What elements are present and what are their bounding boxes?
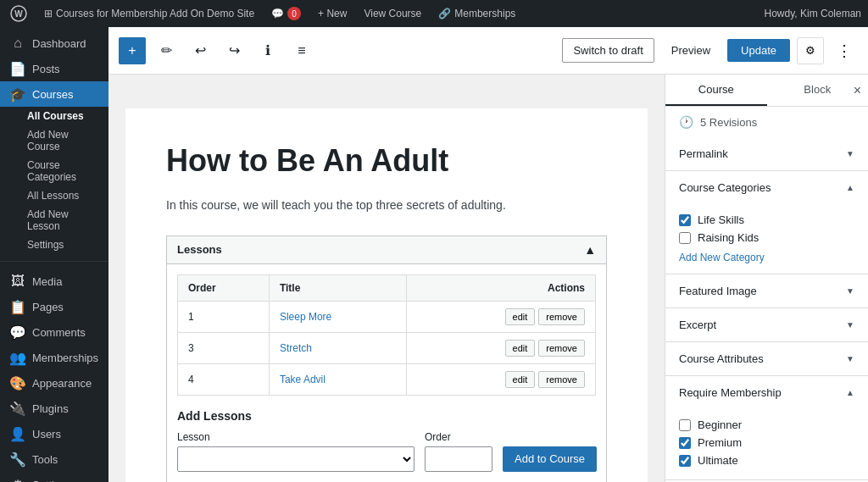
membership-premium-checkbox[interactable] (679, 437, 691, 449)
redo-icon: ↪ (229, 42, 240, 58)
remove-lesson-button[interactable]: remove (538, 308, 585, 325)
course-attributes-section: Course Attributes ▼ (665, 342, 868, 376)
sidebar-sub-add-new-lesson[interactable]: Add New Lesson (10, 205, 108, 235)
membership-beginner-checkbox[interactable] (679, 419, 691, 431)
order-input-group: Order (425, 431, 492, 472)
lesson-title-link[interactable]: Sleep More (280, 311, 331, 323)
close-panel-button[interactable]: × (854, 83, 861, 98)
membership-ultimate-checkbox[interactable] (679, 455, 691, 467)
revisions-row[interactable]: 🕐 5 Revisions (665, 107, 868, 137)
sidebar-item-users[interactable]: 👤 Users (0, 421, 108, 446)
sidebar-item-dashboard[interactable]: ⌂ Dashboard (0, 30, 108, 56)
edit-lesson-button[interactable]: edit (505, 340, 536, 357)
sidebar-sub-all-courses[interactable]: All Courses (10, 107, 108, 125)
remove-lesson-button[interactable]: remove (538, 371, 585, 388)
add-block-button[interactable]: + (119, 37, 146, 64)
sidebar-item-appearance[interactable]: 🎨 Appearance (0, 370, 108, 396)
users-icon: 👤 (10, 426, 25, 441)
svg-text:W: W (14, 9, 23, 19)
remove-lesson-button[interactable]: remove (538, 340, 585, 357)
lesson-title: Stretch (269, 332, 406, 363)
settings-gear-button[interactable]: ⚙ (797, 37, 824, 64)
list-view-button[interactable]: ≡ (288, 37, 315, 64)
sidebar-item-memberships[interactable]: 👥 Memberships (0, 345, 108, 370)
membership-beginner-label: Beginner (698, 418, 742, 431)
require-membership-header[interactable]: Require Membership ▲ (665, 376, 868, 409)
add-new-category-link[interactable]: Add New Category (679, 252, 765, 263)
plus-icon: + (128, 43, 136, 58)
category-life-skills-label: Life Skills (698, 213, 744, 226)
update-button[interactable]: Update (727, 39, 790, 62)
preview-button[interactable]: Preview (661, 39, 721, 62)
list-icon: ≡ (298, 43, 305, 58)
view-course-link[interactable]: View Course (360, 8, 425, 19)
sidebar-item-media[interactable]: 🖼 Media (0, 269, 108, 294)
switch-draft-button[interactable]: Switch to draft (562, 38, 654, 63)
course-categories-section: Course Categories ▲ Life Skills Raising … (665, 171, 868, 274)
sidebar-sub-settings[interactable]: Settings (10, 235, 108, 254)
edit-button[interactable]: ✏ (153, 37, 180, 64)
memberships-link[interactable]: 🔗 Memberships (435, 8, 519, 19)
sidebar-item-comments[interactable]: 💬 Comments (0, 319, 108, 345)
edit-lesson-button[interactable]: edit (505, 371, 536, 388)
sidebar-item-posts[interactable]: 📄 Posts (0, 56, 108, 81)
membership-beginner: Beginner (679, 416, 854, 434)
wp-logo[interactable]: W (7, 5, 31, 22)
more-options-button[interactable]: ⋮ (831, 37, 858, 64)
sidebar-item-settings-main[interactable]: ⚙ Settings (0, 472, 108, 482)
lesson-title-link[interactable]: Stretch (280, 342, 312, 354)
media-icon: 🖼 (10, 274, 25, 289)
sidebar-item-pages[interactable]: 📋 Pages (0, 294, 108, 319)
order-input[interactable] (425, 446, 492, 472)
sidebar-sub-all-lessons[interactable]: All Lessons (10, 186, 108, 205)
lesson-label: Lesson (177, 431, 415, 443)
sidebar-bottom-section: 🖼 Media 📋 Pages 💬 Comments 👥 Memberships… (0, 265, 108, 482)
sidebar-item-plugins[interactable]: 🔌 Plugins (0, 396, 108, 421)
tab-course[interactable]: Course (665, 75, 767, 106)
info-button[interactable]: ℹ (254, 37, 281, 64)
right-panel: Course Block × 🕐 5 Revisions Permalink ▼ (665, 75, 868, 482)
undo-button[interactable]: ↩ (186, 37, 214, 64)
col-order: Order (178, 274, 270, 301)
add-lessons-title: Add Lessons (177, 409, 596, 423)
post-title[interactable]: How to Be An Adult (166, 142, 607, 179)
tools-icon: 🔧 (10, 452, 25, 467)
editor-toolbar: + ✏ ↩ ↪ ℹ ≡ Switch to draft Preview Upda… (108, 27, 868, 75)
ellipsis-icon: ⋮ (837, 42, 852, 60)
require-membership-section: Require Membership ▲ Beginner Premium (665, 376, 868, 480)
edit-lesson-button[interactable]: edit (505, 308, 536, 325)
lesson-actions: edit remove (406, 332, 595, 363)
course-categories-header[interactable]: Course Categories ▲ (665, 171, 868, 204)
lessons-metabox-header[interactable]: Lessons ▲ (167, 236, 606, 264)
category-raising-kids-checkbox[interactable] (679, 232, 691, 244)
sidebar-sub-course-categories[interactable]: Course Categories (10, 156, 108, 186)
lesson-title-link[interactable]: Take Advil (280, 374, 326, 385)
post-content[interactable]: In this course, we will teach you the to… (166, 196, 607, 214)
pages-icon: 📋 (10, 299, 25, 314)
lessons-metabox-body: Order Title Actions 1 Sleep More edit re… (167, 264, 606, 482)
lesson-order: 3 (178, 332, 270, 363)
add-to-course-button[interactable]: Add to Course (503, 446, 597, 472)
category-raising-kids-label: Raising Kids (698, 231, 759, 244)
featured-image-header[interactable]: Featured Image ▼ (665, 274, 868, 307)
gear-icon: ⚙ (805, 44, 815, 57)
course-attributes-header[interactable]: Course Attributes ▼ (665, 342, 868, 375)
redo-button[interactable]: ↪ (220, 37, 248, 64)
lesson-select[interactable] (177, 446, 415, 472)
col-title: Title (269, 274, 406, 301)
comments-link[interactable]: 💬 0 (268, 7, 304, 20)
featured-image-section: Featured Image ▼ (665, 274, 868, 308)
excerpt-header[interactable]: Excerpt ▼ (665, 308, 868, 341)
settings-main-icon: ⚙ (10, 477, 25, 482)
admin-bar: W ⊞ Courses for Membership Add On Demo S… (0, 0, 868, 27)
site-name[interactable]: ⊞ Courses for Membership Add On Demo Sit… (41, 8, 258, 19)
sidebar-item-courses[interactable]: 🎓 Courses (0, 81, 108, 107)
category-life-skills-checkbox[interactable] (679, 214, 691, 226)
sidebar-sub-add-new-course[interactable]: Add New Course (10, 125, 108, 156)
panel-tabs: Course Block × (665, 75, 868, 107)
sidebar-item-tools[interactable]: 🔧 Tools (0, 446, 108, 472)
lesson-title: Take Advil (269, 363, 406, 395)
new-link[interactable]: + New (314, 8, 350, 19)
toolbar-right: Switch to draft Preview Update ⚙ ⋮ (562, 37, 858, 64)
permalink-header[interactable]: Permalink ▼ (665, 137, 868, 170)
